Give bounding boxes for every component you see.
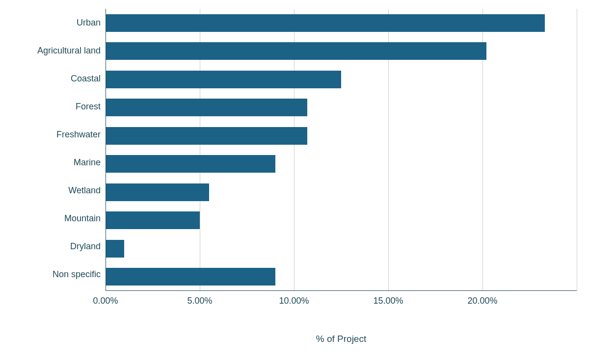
y-tick-label: Coastal (7, 74, 101, 83)
y-tick-label: Wetland (7, 185, 101, 195)
bar-agricultural-land (106, 42, 486, 60)
y-tick-label: Urban (7, 18, 101, 27)
y-tick-label: Forest (7, 102, 101, 111)
y-tick-label: Marine (7, 157, 101, 167)
bar-forest (106, 99, 307, 116)
bar-freshwater (106, 127, 307, 145)
x-axis-line (106, 290, 577, 291)
x-tick-label: 15.00% (373, 296, 403, 306)
bar-wetland (106, 183, 209, 201)
bar-mountain (106, 211, 200, 229)
x-tick-label: 20.00% (467, 296, 497, 306)
x-axis-title: % of Project (106, 334, 577, 344)
y-tick-label: Mountain (7, 213, 101, 223)
bar-chart: Urban Agricultural land Coastal Forest F… (0, 0, 589, 364)
bar-dryland (106, 240, 124, 258)
y-tick-label: Freshwater (7, 130, 101, 139)
y-tick-label: Agricultural land (7, 46, 101, 55)
bar-marine (106, 155, 275, 173)
y-tick-label: Dryland (7, 241, 101, 251)
x-tick-label: 10.00% (279, 296, 309, 306)
y-axis-line (106, 9, 106, 291)
gridline (577, 9, 577, 291)
plot-area (106, 9, 577, 291)
x-tick-label: 5.00% (187, 296, 212, 306)
bar-urban (106, 14, 545, 32)
x-axis-title-wrap: % of Project (0, 334, 589, 344)
y-tick-label: Non specific (7, 269, 101, 279)
bar-coastal (106, 71, 341, 88)
bar-non-specific (106, 268, 275, 286)
x-tick-label: 0.00% (93, 296, 118, 306)
